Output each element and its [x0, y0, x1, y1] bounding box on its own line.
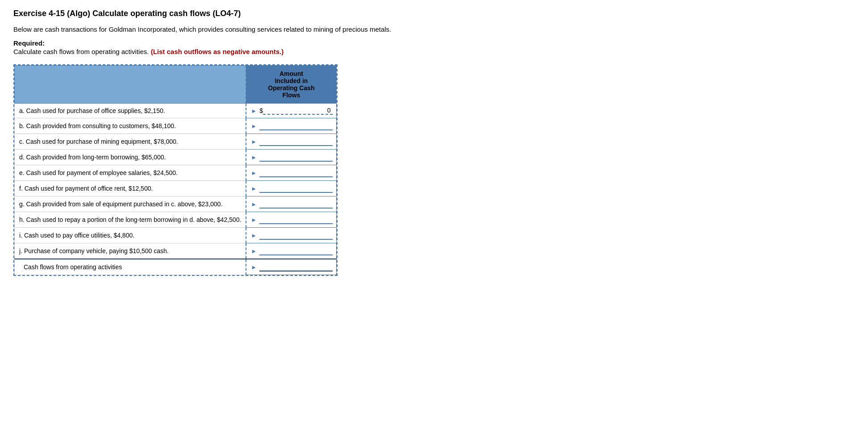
instructions: Calculate cash flows from operating acti…: [13, 48, 855, 55]
instructions-plain: Calculate cash flows from operating acti…: [13, 48, 149, 55]
row-5-amount[interactable]: ►: [246, 181, 336, 196]
arrow-icon: ►: [251, 108, 257, 114]
row-7-amount[interactable]: ►: [246, 212, 336, 228]
row-8-description: i. Cash used to pay office utilities, $4…: [15, 228, 246, 243]
row-8-input[interactable]: [259, 231, 332, 240]
row-0-value: 0: [263, 107, 333, 115]
row-0-description: a. Cash used for purchase of office supp…: [15, 104, 246, 118]
table-row: j. Purchase of company vehicle, paying $…: [15, 243, 337, 259]
row-7-description: h. Cash used to repay a portion of the l…: [15, 212, 246, 228]
row-4-amount[interactable]: ►: [246, 165, 336, 181]
arrow-icon: ►: [251, 217, 257, 223]
row-1-input[interactable]: [259, 121, 332, 130]
dollar-sign: $: [258, 107, 263, 114]
header-description: [15, 66, 246, 104]
row-1-description: b. Cash provided from consulting to cust…: [15, 118, 246, 134]
arrow-icon: ►: [251, 138, 257, 145]
intro-text: Below are cash transactions for Goldman …: [13, 25, 855, 33]
header-amount: Amount Included in Operating Cash Flows: [246, 66, 336, 104]
row-2-input[interactable]: [259, 137, 332, 146]
row-2-description: c. Cash used for purchase of mining equi…: [15, 134, 246, 150]
arrow-icon: ►: [251, 264, 257, 271]
row-2-amount[interactable]: ►: [246, 134, 336, 150]
row-4-input[interactable]: [259, 168, 332, 177]
arrow-icon: ►: [251, 154, 257, 161]
total-amount[interactable]: ►: [246, 259, 336, 275]
total-label: Cash flows from operating activities: [15, 259, 246, 275]
arrow-icon: ►: [251, 170, 257, 176]
page-title: Exercise 4-15 (Algo) Calculate operating…: [13, 9, 855, 18]
row-6-description: g. Cash provided from sale of equipment …: [15, 196, 246, 212]
row-0-amount[interactable]: ►$0: [246, 104, 336, 118]
row-3-input[interactable]: [259, 153, 332, 162]
table-row: d. Cash provided from long-term borrowin…: [15, 150, 337, 165]
table-row: i. Cash used to pay office utilities, $4…: [15, 228, 337, 243]
row-4-description: e. Cash used for payment of employee sal…: [15, 165, 246, 181]
total-input[interactable]: [259, 263, 332, 271]
arrow-icon: ►: [251, 201, 257, 208]
required-label: Required:: [13, 39, 855, 47]
row-9-amount[interactable]: ►: [246, 243, 336, 259]
arrow-icon: ►: [251, 248, 257, 255]
arrow-icon: ►: [251, 185, 257, 192]
row-6-input[interactable]: [259, 200, 332, 209]
total-row: Cash flows from operating activities►: [15, 259, 337, 275]
row-7-input[interactable]: [259, 215, 332, 224]
row-3-description: d. Cash provided from long-term borrowin…: [15, 150, 246, 165]
row-5-input[interactable]: [259, 184, 332, 193]
row-9-description: j. Purchase of company vehicle, paying $…: [15, 243, 246, 259]
row-9-input[interactable]: [259, 246, 332, 255]
arrow-icon: ►: [251, 123, 257, 129]
table-row: a. Cash used for purchase of office supp…: [15, 104, 337, 118]
instructions-red: (List cash outflows as negative amounts.…: [151, 48, 284, 55]
row-1-amount[interactable]: ►: [246, 118, 336, 134]
row-8-amount[interactable]: ►: [246, 228, 336, 243]
arrow-icon: ►: [251, 232, 257, 239]
exercise-table: Amount Included in Operating Cash Flows …: [13, 64, 338, 276]
table-row: b. Cash provided from consulting to cust…: [15, 118, 337, 134]
table-row: h. Cash used to repay a portion of the l…: [15, 212, 337, 228]
row-5-description: f. Cash used for payment of office rent,…: [15, 181, 246, 196]
table-row: c. Cash used for purchase of mining equi…: [15, 134, 337, 150]
table-row: f. Cash used for payment of office rent,…: [15, 181, 337, 196]
row-3-amount[interactable]: ►: [246, 150, 336, 165]
row-6-amount[interactable]: ►: [246, 196, 336, 212]
table-row: e. Cash used for payment of employee sal…: [15, 165, 337, 181]
table-row: g. Cash provided from sale of equipment …: [15, 196, 337, 212]
